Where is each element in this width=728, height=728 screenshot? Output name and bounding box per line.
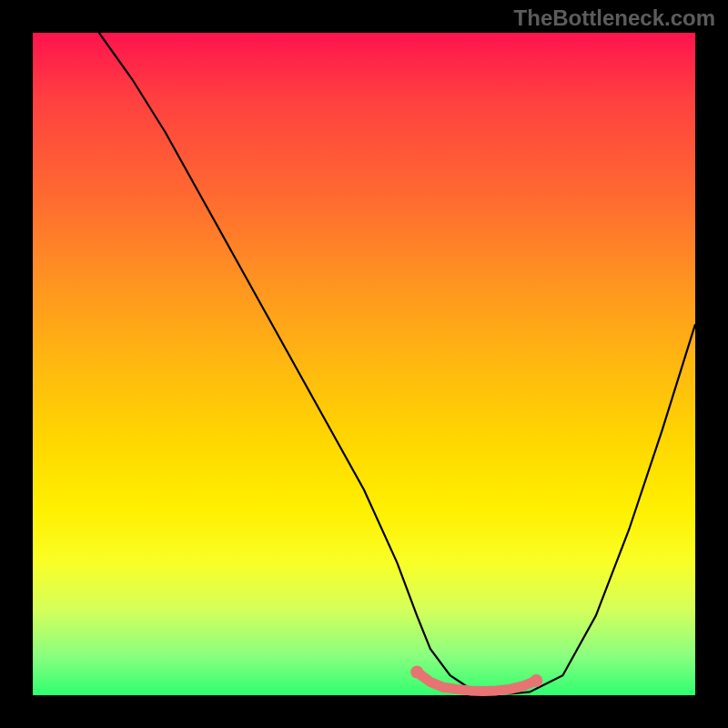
highlight-stroke xyxy=(417,672,536,692)
chart-container: TheBottleneck.com xyxy=(0,0,728,728)
plot-area xyxy=(33,33,695,695)
optimal-range-highlight xyxy=(410,666,542,692)
bottleneck-curve xyxy=(99,33,695,694)
highlight-endpoint xyxy=(530,674,542,687)
curve-svg xyxy=(33,33,695,695)
attribution-text: TheBottleneck.com xyxy=(514,5,715,31)
highlight-endpoint xyxy=(410,666,423,679)
